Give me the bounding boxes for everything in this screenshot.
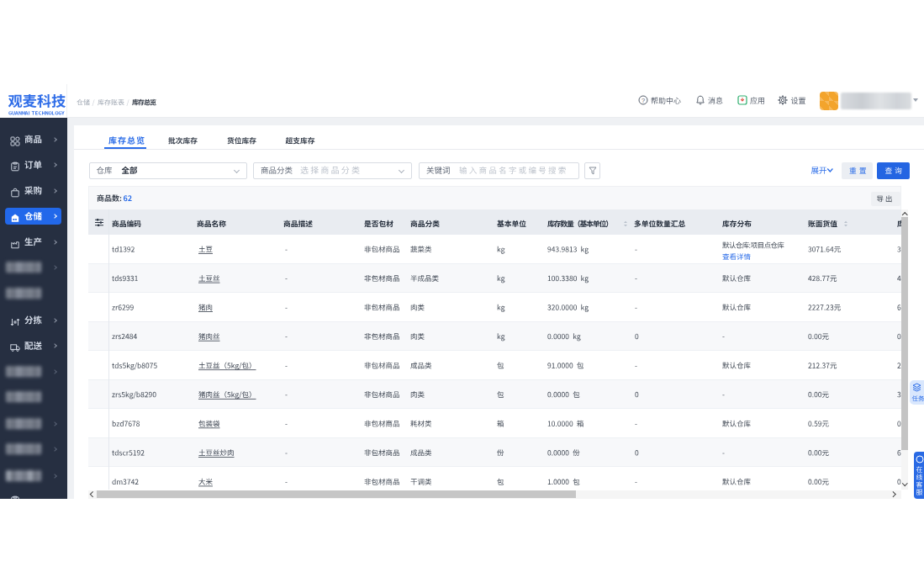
svg-text:?: ?	[642, 97, 645, 104]
